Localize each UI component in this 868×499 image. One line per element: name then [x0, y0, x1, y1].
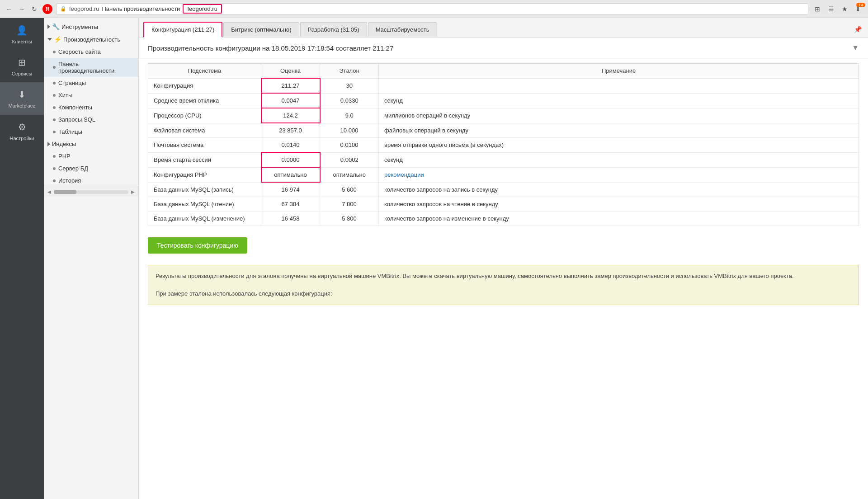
- table-row: Почтовая система0.01400.0100время отправ…: [148, 138, 859, 153]
- bullet-icon: [53, 167, 56, 170]
- table-row: База данных MySQL (чтение)67 3847 800кол…: [148, 197, 859, 212]
- sidebar-item-clients[interactable]: 👤 Клиенты: [0, 18, 44, 50]
- url-site: feogorod.ru: [69, 5, 99, 12]
- main-panel: Конфигурация (211.27) Битрикс (оптимальн…: [139, 18, 868, 499]
- tab-dev[interactable]: Разработка (31.05): [300, 22, 367, 37]
- tab-config[interactable]: Конфигурация (211.27): [143, 22, 222, 38]
- cell-subsystem: Время старта сессии: [148, 152, 261, 167]
- sidebar-item-settings[interactable]: ⚙ Настройки: [0, 115, 44, 147]
- nav-sql-label: Запросы SQL: [58, 116, 95, 123]
- sidebar-settings-label: Настройки: [10, 136, 34, 141]
- cell-note: количество запросов на изменение в секун…: [379, 212, 859, 226]
- cell-note: миллионов операций в секунду: [379, 108, 859, 123]
- cell-score: 67 384: [261, 197, 320, 212]
- sidebar: 👤 Клиенты ⊞ Сервисы ⬇ Marketplace ⚙ Наст…: [0, 18, 44, 499]
- url-bar[interactable]: 🔒 feogorod.ru Панель производительности …: [56, 3, 808, 15]
- test-config-button[interactable]: Тестировать конфигурацию: [148, 237, 247, 254]
- bullet-icon: [53, 66, 56, 69]
- bookmark-icon[interactable]: ★: [839, 4, 850, 14]
- nav-components-label: Компоненты: [58, 104, 92, 111]
- nav-scrollbar[interactable]: ◀ ▶: [44, 187, 138, 197]
- url-page-title: Панель производительности: [102, 5, 180, 12]
- refresh-button[interactable]: ↻: [30, 5, 39, 14]
- cell-note: количество запросов на чтение в секунду: [379, 197, 859, 212]
- services-icon: ⊞: [15, 56, 29, 69]
- nav-hits[interactable]: Хиты: [44, 89, 138, 101]
- info-box-text1: Результаты производительности для эталон…: [156, 272, 851, 281]
- bullet-icon: [53, 155, 56, 158]
- tabs-bar: Конфигурация (211.27) Битрикс (оптимальн…: [139, 18, 868, 38]
- app-layout: 👤 Клиенты ⊞ Сервисы ⬇ Marketplace ⚙ Наст…: [0, 18, 868, 499]
- scroll-left-arrow[interactable]: ◀: [46, 188, 53, 195]
- cell-benchmark: оптимально: [320, 167, 379, 182]
- back-button[interactable]: ←: [5, 5, 14, 14]
- sidebar-clients-label: Клиенты: [12, 39, 32, 45]
- table-row: Конфигурация211.2730: [148, 78, 859, 93]
- nav-tools-header[interactable]: 🔧 Инструменты: [44, 20, 138, 33]
- cell-note: количество запросов на запись в секунду: [379, 182, 859, 197]
- bullet-icon: [53, 82, 56, 85]
- forward-button[interactable]: →: [17, 5, 26, 14]
- nav-tools-label: Инструменты: [61, 24, 98, 30]
- nav-tables[interactable]: Таблицы: [44, 126, 138, 138]
- cell-benchmark: 10 000: [320, 123, 379, 138]
- nav-history-label: История: [58, 177, 81, 184]
- cell-subsystem: База данных MySQL (изменение): [148, 212, 261, 226]
- clients-icon: 👤: [15, 24, 29, 37]
- nav-indexes-header[interactable]: Индексы: [44, 138, 138, 150]
- nav-performance-header[interactable]: ⚡ Производительность: [44, 33, 138, 46]
- menu-icon[interactable]: ☰: [826, 4, 836, 14]
- nav-php-label: PHP: [58, 153, 71, 160]
- nav-sql[interactable]: Запросы SQL: [44, 113, 138, 126]
- tab-bitrix[interactable]: Битрикс (оптимально): [223, 22, 299, 37]
- cell-benchmark: 0.0100: [320, 138, 379, 153]
- browser-bar: ← → ↻ Я 🔒 feogorod.ru Панель производите…: [0, 0, 868, 18]
- download-button[interactable]: ⬇: [853, 4, 863, 14]
- nav-indexes-label: Индексы: [52, 141, 76, 147]
- grid-icon[interactable]: ⊞: [812, 4, 823, 14]
- nav-db-server[interactable]: Сервер БД: [44, 162, 138, 174]
- marketplace-icon: ⬇: [15, 88, 29, 101]
- table-row: Файловая система23 857.010 000файловых о…: [148, 123, 859, 138]
- sidebar-services-label: Сервисы: [12, 71, 33, 77]
- cell-subsystem: Процессор (CPU): [148, 108, 261, 123]
- cell-note: [379, 78, 859, 93]
- bullet-icon: [53, 106, 56, 109]
- cell-subsystem: Среднее время отклика: [148, 93, 261, 108]
- cell-score: 16 974: [261, 182, 320, 197]
- nav-pages[interactable]: Страницы: [44, 77, 138, 89]
- cell-benchmark: 5 800: [320, 212, 379, 226]
- cell-subsystem: База данных MySQL (чтение): [148, 197, 261, 212]
- left-nav: 🔧 Инструменты ⚡ Производительность Скоро…: [44, 18, 139, 499]
- cell-score: 23 857.0: [261, 123, 320, 138]
- tab-scale[interactable]: Масштабируемость: [368, 22, 437, 37]
- nav-tables-label: Таблицы: [58, 128, 82, 135]
- cell-note: секунд: [379, 152, 859, 167]
- sidebar-item-services[interactable]: ⊞ Сервисы: [0, 50, 44, 82]
- cell-score: 211.27: [261, 78, 320, 93]
- recommendations-link[interactable]: рекомендации: [384, 171, 424, 178]
- cell-note: рекомендации: [379, 167, 859, 182]
- scroll-right-arrow[interactable]: ▶: [129, 188, 137, 195]
- col-note: Примечание: [379, 64, 859, 79]
- nav-perf-panel-label: Панель производительности: [58, 61, 133, 74]
- nav-components[interactable]: Компоненты: [44, 101, 138, 113]
- content-area: 🔧 Инструменты ⚡ Производительность Скоро…: [44, 18, 868, 499]
- scroll-track[interactable]: [54, 190, 128, 194]
- bullet-icon: [53, 118, 56, 121]
- triangle-icon: [47, 24, 50, 29]
- pin-icon[interactable]: 📌: [852, 24, 863, 35]
- sidebar-item-marketplace[interactable]: ⬇ Marketplace: [0, 82, 44, 114]
- cell-benchmark: 9.0: [320, 108, 379, 123]
- cell-subsystem: Конфигурация PHP: [148, 167, 261, 182]
- chevron-down-icon[interactable]: ▼: [852, 44, 859, 52]
- cell-note: время отправки одного письма (в секундах…: [379, 138, 859, 153]
- perf-table: Подсистема Оценка Эталон Примечание Конф…: [148, 63, 859, 226]
- col-score: Оценка: [261, 64, 320, 79]
- cell-subsystem: Почтовая система: [148, 138, 261, 153]
- nav-php[interactable]: PHP: [44, 150, 138, 162]
- nav-perf-panel[interactable]: Панель производительности: [44, 58, 138, 77]
- nav-history[interactable]: История: [44, 174, 138, 187]
- nav-site-speed[interactable]: Скорость сайта: [44, 46, 138, 58]
- table-row: Процессор (CPU)124.29.0миллионов операци…: [148, 108, 859, 123]
